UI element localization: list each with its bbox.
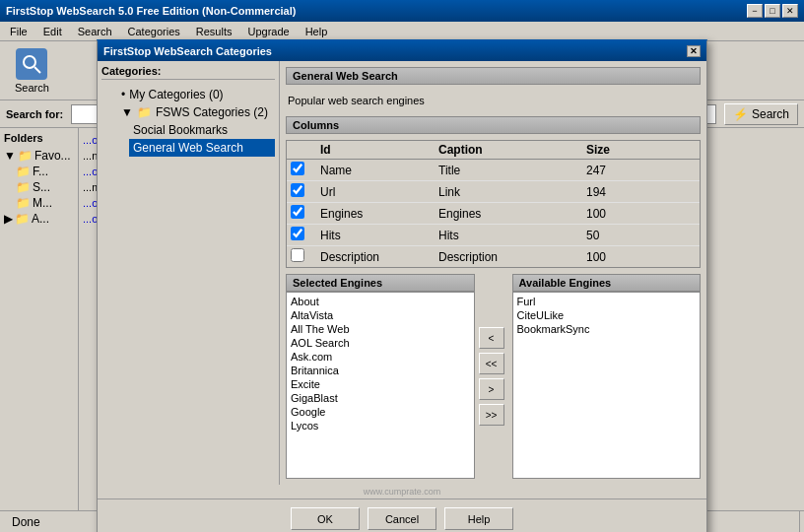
col-id: Hits — [320, 229, 438, 242]
col-checkbox[interactable] — [291, 205, 320, 222]
list-item[interactable]: Britannica — [289, 364, 472, 377]
col-caption: Description — [438, 250, 586, 264]
dialog-title: FirstStop WebSearch Categories — [103, 45, 272, 57]
col-checkbox[interactable] — [291, 162, 320, 178]
watermark: www.cumprate.com — [98, 485, 706, 499]
columns-table-header: Id Caption Size — [287, 141, 700, 160]
cat-general-web-search[interactable]: General Web Search — [129, 139, 275, 157]
expand-icon: ▼ — [121, 105, 133, 119]
list-item[interactable]: All The Web — [289, 322, 472, 336]
selected-engines-panel: Selected Engines AboutAltaVistaAll The W… — [286, 274, 475, 479]
transfer-left-button[interactable]: < — [479, 327, 504, 349]
col-checkbox[interactable] — [291, 227, 320, 243]
dialog-overlay: FirstStop WebSearch Categories ✕ Categor… — [0, 0, 804, 532]
list-item[interactable]: Google — [289, 405, 472, 419]
columns-section: Id Caption Size Name Title 247 Url Link … — [286, 140, 701, 268]
list-item[interactable]: BookmarkSync — [515, 322, 699, 336]
table-row: Name Title 247 — [287, 160, 700, 181]
section-desc: Popular web search engines — [286, 91, 701, 110]
cancel-button[interactable]: Cancel — [368, 507, 436, 530]
help-button[interactable]: Help — [444, 507, 513, 530]
transfer-right-button[interactable]: > — [479, 378, 504, 400]
list-item[interactable]: AltaVista — [289, 308, 472, 322]
list-item[interactable]: Ask.com — [289, 350, 472, 364]
selected-engines-list[interactable]: AboutAltaVistaAll The WebAOL SearchAsk.c… — [287, 293, 474, 478]
col-id: Engines — [320, 207, 438, 221]
col-id: Description — [320, 250, 438, 264]
col-caption: Title — [438, 164, 586, 177]
col-size: 100 — [586, 207, 645, 221]
col-caption: Link — [438, 185, 586, 199]
list-item[interactable]: Furl — [515, 295, 699, 308]
available-engines-panel: Available Engines FurlCiteULikeBookmarkS… — [512, 274, 702, 479]
cat-label: Social Bookmarks — [133, 123, 228, 137]
list-item[interactable]: AOL Search — [289, 336, 472, 350]
list-item[interactable]: CiteULike — [515, 308, 699, 322]
col-caption: Engines — [438, 207, 586, 221]
col-caption-header: Caption — [438, 143, 586, 157]
col-size: 194 — [586, 185, 645, 199]
table-row: Engines Engines 100 — [287, 203, 700, 225]
col-id-header: Id — [320, 143, 438, 157]
available-engines-list[interactable]: FurlCiteULikeBookmarkSync — [513, 293, 701, 478]
col-id: Url — [320, 185, 438, 199]
col-size: 100 — [586, 250, 645, 264]
transfer-all-right-button[interactable]: >> — [479, 404, 504, 426]
col-id: Name — [320, 164, 438, 177]
cat-label: General Web Search — [133, 141, 243, 155]
table-row: Hits Hits 50 — [287, 225, 700, 246]
available-engines-header: Available Engines — [512, 274, 702, 292]
columns-header: Columns — [286, 116, 701, 134]
list-item[interactable]: GigaBlast — [289, 391, 472, 405]
col-checkbox[interactable] — [291, 183, 320, 200]
folder-icon: 📁 — [137, 105, 152, 119]
list-item[interactable]: Excite — [289, 377, 472, 391]
bullet-icon: • — [121, 88, 125, 101]
columns-rows: Name Title 247 Url Link 194 Engines Engi… — [287, 160, 700, 267]
dialog-title-bar: FirstStop WebSearch Categories ✕ — [98, 41, 706, 61]
col-caption: Hits — [438, 229, 586, 242]
list-item[interactable]: Lycos — [289, 419, 472, 432]
table-row: Url Link 194 — [287, 181, 700, 203]
dialog-close-button[interactable]: ✕ — [687, 45, 701, 57]
cat-label: FSWS Categories (2) — [156, 105, 268, 119]
dialog-right-panel: General Web Search Popular web search en… — [280, 61, 706, 485]
cat-social-bookmarks[interactable]: Social Bookmarks — [129, 121, 275, 139]
selected-engines-header: Selected Engines — [286, 274, 475, 292]
cat-fsws-categories[interactable]: ▼ 📁 FSWS Categories (2) — [117, 103, 275, 121]
ok-button[interactable]: OK — [291, 507, 360, 530]
cat-my-categories[interactable]: • My Categories (0) — [117, 86, 275, 103]
col-size-header: Size — [586, 143, 645, 157]
table-row: Description Description 100 — [287, 246, 700, 267]
list-item[interactable]: About — [289, 295, 472, 308]
dialog-body: Categories: • My Categories (0) ▼ 📁 FSWS… — [98, 61, 706, 485]
engines-section: Selected Engines AboutAltaVistaAll The W… — [286, 274, 701, 479]
dialog-footer: OK Cancel Help — [98, 499, 706, 532]
col-size: 247 — [586, 164, 645, 177]
col-size: 50 — [586, 229, 645, 242]
selected-engines-container: AboutAltaVistaAll The WebAOL SearchAsk.c… — [286, 292, 475, 479]
cat-label: My Categories (0) — [129, 88, 223, 101]
categories-panel: Categories: • My Categories (0) ▼ 📁 FSWS… — [98, 61, 280, 485]
categories-dialog: FirstStop WebSearch Categories ✕ Categor… — [97, 39, 707, 532]
categories-title: Categories: — [101, 65, 275, 80]
section-header: General Web Search — [286, 67, 701, 85]
transfer-buttons: < << > >> — [479, 274, 508, 479]
available-engines-container: FurlCiteULikeBookmarkSync — [512, 292, 702, 479]
col-checkbox[interactable] — [291, 248, 320, 265]
transfer-all-left-button[interactable]: << — [479, 353, 504, 374]
